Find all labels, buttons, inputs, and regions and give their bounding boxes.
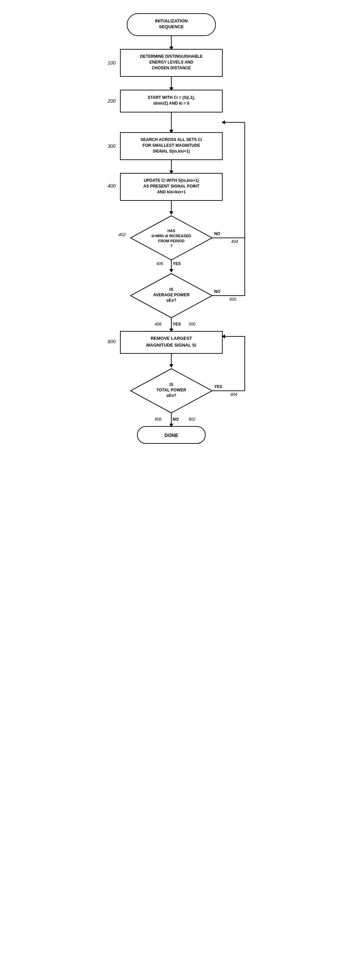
svg-text:404: 404 (231, 239, 238, 244)
svg-text:INITIALIZATION: INITIALIZATION (155, 18, 188, 24)
svg-marker-22 (169, 130, 173, 133)
svg-text:ENERGY LEVELS AND: ENERGY LEVELS AND (149, 60, 193, 65)
svg-marker-71 (169, 364, 173, 368)
svg-marker-72 (131, 369, 212, 413)
svg-rect-30 (120, 173, 222, 200)
svg-text:IS: IS (169, 287, 173, 292)
svg-text:FOR SMALLEST MAGNITUDE: FOR SMALLEST MAGNITUDE (142, 143, 200, 148)
svg-text:AS PRESENT SIGNAL POINT: AS PRESENT SIGNAL POINT (143, 184, 199, 189)
svg-text:802: 802 (189, 417, 195, 422)
svg-text:START WITH Ci = (S(i,1),: START WITH Ci = (S(i,1), (148, 95, 195, 100)
svg-marker-83 (169, 424, 173, 427)
svg-rect-17 (120, 90, 222, 112)
svg-marker-62 (169, 329, 173, 332)
svg-marker-9 (169, 46, 173, 50)
svg-text:804: 804 (230, 392, 237, 397)
svg-text:SEQUENCE: SEQUENCE (159, 24, 184, 29)
svg-text:AVERAGE POWER: AVERAGE POWER (153, 293, 189, 298)
svg-text:UPDATE Ci WITH S(io,kio+1): UPDATE Ci WITH S(io,kio+1) (144, 178, 199, 183)
svg-text:YES: YES (214, 384, 222, 389)
svg-rect-23 (120, 132, 222, 160)
svg-text:DONE: DONE (164, 433, 178, 438)
svg-text:FROM PERIOD: FROM PERIOD (158, 239, 185, 243)
flowchart-svg: INITIALIZATION SEQUENCE DETERMINE DISTIN… (0, 0, 343, 980)
svg-text:IS: IS (169, 382, 173, 387)
svg-rect-4 (0, 0, 343, 980)
svg-text:?: ? (170, 244, 173, 248)
svg-text:SIGNAL S(io,kio+1): SIGNAL S(io,kio+1) (153, 149, 190, 154)
svg-text:406: 406 (156, 261, 163, 266)
svg-text:600: 600 (230, 297, 236, 302)
svg-text:200: 200 (107, 98, 116, 103)
svg-text:≥Eo?: ≥Eo? (166, 393, 176, 398)
svg-rect-5 (127, 14, 215, 36)
svg-text:402: 402 (118, 232, 126, 237)
svg-text:806: 806 (155, 417, 161, 422)
svg-text:408: 408 (155, 322, 161, 326)
svg-text:YES: YES (173, 261, 181, 266)
svg-text:300: 300 (108, 143, 116, 149)
svg-text:400: 400 (108, 183, 116, 189)
svg-text:500: 500 (189, 322, 195, 326)
svg-text:NO: NO (214, 231, 220, 236)
svg-rect-87 (137, 426, 205, 444)
svg-text:MAGNITUDE SIGNAL Si: MAGNITUDE SIGNAL Si (146, 342, 196, 348)
svg-marker-37 (131, 216, 212, 260)
svg-marker-16 (169, 88, 173, 91)
svg-text:800: 800 (108, 339, 116, 344)
svg-rect-66 (120, 331, 222, 353)
svg-text:HAS: HAS (167, 229, 175, 233)
svg-text:CHOSEN DISTANCE: CHOSEN DISTANCE (152, 65, 191, 70)
svg-text:d=MINi di INCREASED: d=MINi di INCREASED (151, 234, 191, 238)
svg-marker-48 (222, 120, 225, 124)
svg-text:REMOVE LARGEST: REMOVE LARGEST (151, 336, 192, 341)
svg-text:≥Eo?: ≥Eo? (166, 298, 176, 303)
svg-marker-29 (169, 170, 173, 174)
svg-text:100: 100 (108, 60, 116, 65)
svg-text:NO: NO (173, 417, 179, 422)
svg-text:TOTAL POWER: TOTAL POWER (156, 388, 186, 393)
svg-marker-81 (222, 334, 225, 339)
svg-rect-10 (120, 49, 222, 76)
svg-marker-50 (169, 269, 173, 272)
svg-text:dmin/Z) AND ki = 0: dmin/Z) AND ki = 0 (153, 101, 189, 106)
svg-text:SEARCH ACROSS ALL SETS Ci: SEARCH ACROSS ALL SETS Ci (141, 137, 202, 142)
svg-text:AND kio=kio+1: AND kio=kio+1 (157, 189, 186, 194)
svg-marker-36 (169, 212, 173, 215)
svg-text:YES: YES (173, 322, 181, 326)
svg-text:NO: NO (214, 289, 220, 294)
svg-marker-53 (131, 274, 212, 318)
svg-text:DETERMINE DISTINGUISHABLE: DETERMINE DISTINGUISHABLE (140, 54, 203, 59)
